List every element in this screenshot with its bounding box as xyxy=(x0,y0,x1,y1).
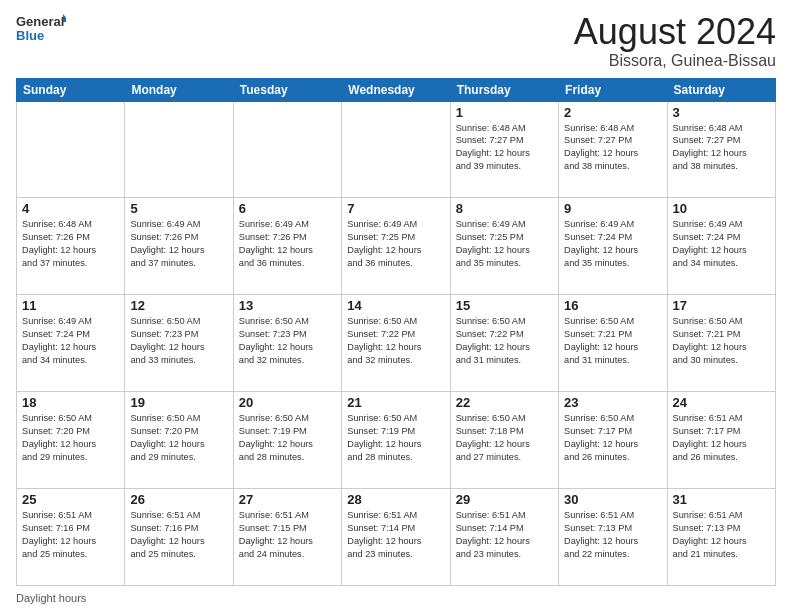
calendar-cell: 21Sunrise: 6:50 AM Sunset: 7:19 PM Dayli… xyxy=(342,392,450,489)
day-number: 4 xyxy=(22,201,119,216)
weekday-header-row: SundayMondayTuesdayWednesdayThursdayFrid… xyxy=(17,78,776,101)
day-number: 18 xyxy=(22,395,119,410)
day-info: Sunrise: 6:51 AM Sunset: 7:14 PM Dayligh… xyxy=(347,509,444,561)
day-info: Sunrise: 6:51 AM Sunset: 7:13 PM Dayligh… xyxy=(564,509,661,561)
day-number: 25 xyxy=(22,492,119,507)
day-info: Sunrise: 6:49 AM Sunset: 7:26 PM Dayligh… xyxy=(130,218,227,270)
day-info: Sunrise: 6:48 AM Sunset: 7:26 PM Dayligh… xyxy=(22,218,119,270)
calendar-cell: 18Sunrise: 6:50 AM Sunset: 7:20 PM Dayli… xyxy=(17,392,125,489)
day-info: Sunrise: 6:49 AM Sunset: 7:25 PM Dayligh… xyxy=(456,218,553,270)
calendar-cell: 23Sunrise: 6:50 AM Sunset: 7:17 PM Dayli… xyxy=(559,392,667,489)
calendar-cell: 16Sunrise: 6:50 AM Sunset: 7:21 PM Dayli… xyxy=(559,295,667,392)
calendar-cell: 24Sunrise: 6:51 AM Sunset: 7:17 PM Dayli… xyxy=(667,392,775,489)
svg-marker-2 xyxy=(63,14,66,22)
day-info: Sunrise: 6:50 AM Sunset: 7:19 PM Dayligh… xyxy=(239,412,336,464)
day-info: Sunrise: 6:48 AM Sunset: 7:27 PM Dayligh… xyxy=(456,122,553,174)
day-number: 26 xyxy=(130,492,227,507)
day-info: Sunrise: 6:49 AM Sunset: 7:24 PM Dayligh… xyxy=(22,315,119,367)
calendar-week-row: 11Sunrise: 6:49 AM Sunset: 7:24 PM Dayli… xyxy=(17,295,776,392)
day-number: 30 xyxy=(564,492,661,507)
day-number: 22 xyxy=(456,395,553,410)
day-info: Sunrise: 6:51 AM Sunset: 7:15 PM Dayligh… xyxy=(239,509,336,561)
calendar-cell: 27Sunrise: 6:51 AM Sunset: 7:15 PM Dayli… xyxy=(233,489,341,586)
day-info: Sunrise: 6:49 AM Sunset: 7:26 PM Dayligh… xyxy=(239,218,336,270)
day-number: 8 xyxy=(456,201,553,216)
calendar-table: SundayMondayTuesdayWednesdayThursdayFrid… xyxy=(16,78,776,586)
calendar-cell: 30Sunrise: 6:51 AM Sunset: 7:13 PM Dayli… xyxy=(559,489,667,586)
calendar-cell: 5Sunrise: 6:49 AM Sunset: 7:26 PM Daylig… xyxy=(125,198,233,295)
day-number: 23 xyxy=(564,395,661,410)
day-info: Sunrise: 6:51 AM Sunset: 7:17 PM Dayligh… xyxy=(673,412,770,464)
calendar-cell: 22Sunrise: 6:50 AM Sunset: 7:18 PM Dayli… xyxy=(450,392,558,489)
day-number: 10 xyxy=(673,201,770,216)
day-number: 13 xyxy=(239,298,336,313)
header: General Blue August 2024 Bissora, Guinea… xyxy=(16,12,776,70)
logo: General Blue xyxy=(16,12,66,48)
day-info: Sunrise: 6:50 AM Sunset: 7:22 PM Dayligh… xyxy=(456,315,553,367)
calendar-cell: 25Sunrise: 6:51 AM Sunset: 7:16 PM Dayli… xyxy=(17,489,125,586)
daylight-label: Daylight hours xyxy=(16,592,86,604)
day-number: 12 xyxy=(130,298,227,313)
calendar-week-row: 25Sunrise: 6:51 AM Sunset: 7:16 PM Dayli… xyxy=(17,489,776,586)
day-info: Sunrise: 6:51 AM Sunset: 7:13 PM Dayligh… xyxy=(673,509,770,561)
calendar-week-row: 1Sunrise: 6:48 AM Sunset: 7:27 PM Daylig… xyxy=(17,101,776,198)
day-info: Sunrise: 6:50 AM Sunset: 7:20 PM Dayligh… xyxy=(130,412,227,464)
calendar-cell: 11Sunrise: 6:49 AM Sunset: 7:24 PM Dayli… xyxy=(17,295,125,392)
calendar-cell: 3Sunrise: 6:48 AM Sunset: 7:27 PM Daylig… xyxy=(667,101,775,198)
calendar-cell: 7Sunrise: 6:49 AM Sunset: 7:25 PM Daylig… xyxy=(342,198,450,295)
svg-text:General: General xyxy=(16,14,64,29)
calendar-cell: 19Sunrise: 6:50 AM Sunset: 7:20 PM Dayli… xyxy=(125,392,233,489)
calendar-cell: 20Sunrise: 6:50 AM Sunset: 7:19 PM Dayli… xyxy=(233,392,341,489)
day-number: 2 xyxy=(564,105,661,120)
day-number: 1 xyxy=(456,105,553,120)
day-info: Sunrise: 6:50 AM Sunset: 7:21 PM Dayligh… xyxy=(673,315,770,367)
weekday-header: Wednesday xyxy=(342,78,450,101)
day-number: 7 xyxy=(347,201,444,216)
day-info: Sunrise: 6:50 AM Sunset: 7:23 PM Dayligh… xyxy=(239,315,336,367)
day-number: 15 xyxy=(456,298,553,313)
calendar-cell: 12Sunrise: 6:50 AM Sunset: 7:23 PM Dayli… xyxy=(125,295,233,392)
day-info: Sunrise: 6:50 AM Sunset: 7:21 PM Dayligh… xyxy=(564,315,661,367)
day-number: 28 xyxy=(347,492,444,507)
calendar-cell: 4Sunrise: 6:48 AM Sunset: 7:26 PM Daylig… xyxy=(17,198,125,295)
weekday-header: Friday xyxy=(559,78,667,101)
day-number: 31 xyxy=(673,492,770,507)
calendar-cell: 2Sunrise: 6:48 AM Sunset: 7:27 PM Daylig… xyxy=(559,101,667,198)
calendar-cell: 31Sunrise: 6:51 AM Sunset: 7:13 PM Dayli… xyxy=(667,489,775,586)
day-info: Sunrise: 6:51 AM Sunset: 7:16 PM Dayligh… xyxy=(130,509,227,561)
calendar-week-row: 18Sunrise: 6:50 AM Sunset: 7:20 PM Dayli… xyxy=(17,392,776,489)
calendar-week-row: 4Sunrise: 6:48 AM Sunset: 7:26 PM Daylig… xyxy=(17,198,776,295)
weekday-header: Sunday xyxy=(17,78,125,101)
day-info: Sunrise: 6:50 AM Sunset: 7:22 PM Dayligh… xyxy=(347,315,444,367)
day-number: 9 xyxy=(564,201,661,216)
calendar-cell: 10Sunrise: 6:49 AM Sunset: 7:24 PM Dayli… xyxy=(667,198,775,295)
day-number: 20 xyxy=(239,395,336,410)
day-info: Sunrise: 6:49 AM Sunset: 7:24 PM Dayligh… xyxy=(673,218,770,270)
calendar-cell xyxy=(342,101,450,198)
day-info: Sunrise: 6:50 AM Sunset: 7:18 PM Dayligh… xyxy=(456,412,553,464)
calendar-cell: 1Sunrise: 6:48 AM Sunset: 7:27 PM Daylig… xyxy=(450,101,558,198)
page: General Blue August 2024 Bissora, Guinea… xyxy=(0,0,792,612)
day-info: Sunrise: 6:50 AM Sunset: 7:20 PM Dayligh… xyxy=(22,412,119,464)
day-info: Sunrise: 6:48 AM Sunset: 7:27 PM Dayligh… xyxy=(673,122,770,174)
calendar-cell: 8Sunrise: 6:49 AM Sunset: 7:25 PM Daylig… xyxy=(450,198,558,295)
logo-svg: General Blue xyxy=(16,12,66,48)
weekday-header: Tuesday xyxy=(233,78,341,101)
calendar-cell xyxy=(125,101,233,198)
calendar-cell: 15Sunrise: 6:50 AM Sunset: 7:22 PM Dayli… xyxy=(450,295,558,392)
day-number: 17 xyxy=(673,298,770,313)
day-number: 24 xyxy=(673,395,770,410)
calendar-cell: 26Sunrise: 6:51 AM Sunset: 7:16 PM Dayli… xyxy=(125,489,233,586)
calendar-cell xyxy=(17,101,125,198)
day-number: 29 xyxy=(456,492,553,507)
main-title: August 2024 xyxy=(574,12,776,52)
day-number: 21 xyxy=(347,395,444,410)
day-info: Sunrise: 6:49 AM Sunset: 7:24 PM Dayligh… xyxy=(564,218,661,270)
day-info: Sunrise: 6:50 AM Sunset: 7:23 PM Dayligh… xyxy=(130,315,227,367)
day-number: 14 xyxy=(347,298,444,313)
day-number: 6 xyxy=(239,201,336,216)
day-number: 5 xyxy=(130,201,227,216)
day-info: Sunrise: 6:49 AM Sunset: 7:25 PM Dayligh… xyxy=(347,218,444,270)
calendar-cell: 9Sunrise: 6:49 AM Sunset: 7:24 PM Daylig… xyxy=(559,198,667,295)
calendar-cell: 14Sunrise: 6:50 AM Sunset: 7:22 PM Dayli… xyxy=(342,295,450,392)
